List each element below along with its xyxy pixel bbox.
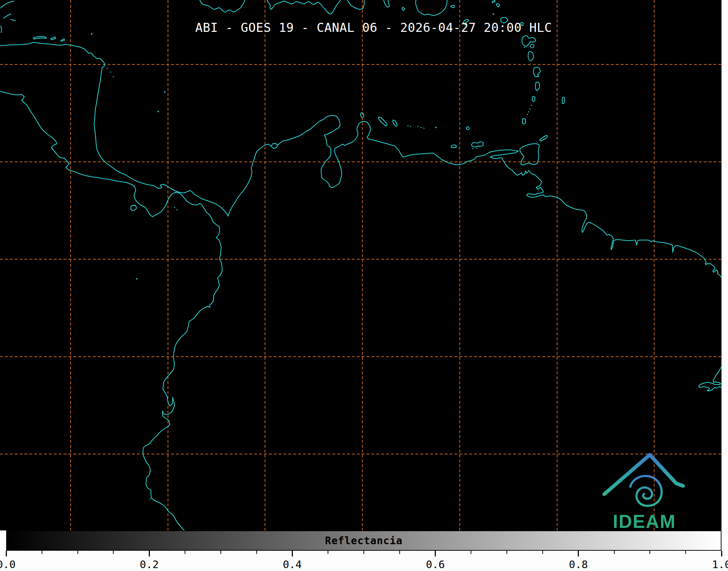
coastline-pacific <box>0 91 222 530</box>
coastline-barbados <box>562 97 565 104</box>
colorbar-major-tick <box>149 551 150 557</box>
colorbar-minor-tick <box>399 551 400 554</box>
colorbar-tick-label: 0.2 <box>140 558 159 571</box>
colorbar-minor-tick <box>506 551 507 554</box>
coastline-small-islands <box>91 33 178 500</box>
colorbar-minor-tick <box>185 551 185 554</box>
coastline-martinique <box>534 67 540 77</box>
colorbar-minor-tick <box>471 551 471 554</box>
coastline-amazon-mouth <box>699 367 721 391</box>
ideam-logo-text: IDEAM <box>599 511 690 530</box>
colorbar-major-tick <box>435 551 436 557</box>
coastline-jamaica <box>200 0 245 12</box>
coastline-grenada <box>522 119 526 124</box>
colorbar: Reflectancia <box>6 530 721 551</box>
colorbar-minor-tick <box>649 551 650 554</box>
colorbar-minor-tick <box>614 551 615 554</box>
colorbar-label: Reflectancia <box>7 531 721 550</box>
coastline-hispaniola <box>267 0 341 14</box>
hurricane-spiral-icon <box>630 476 662 506</box>
coastlines-layer <box>0 0 721 530</box>
colorbar-major-tick <box>292 551 293 557</box>
colorbar-tick-label: 0.0 <box>0 558 16 571</box>
coastline-caribbean-mainland <box>0 42 721 277</box>
product-title: ABI - GOES 19 - CANAL 06 - 2026-04-27 20… <box>195 21 552 34</box>
colorbar-minor-tick <box>363 551 364 554</box>
coastline-curacao <box>378 117 387 126</box>
colorbar-minor-tick <box>77 551 78 554</box>
satellite-product-screen: { "title": "ABI - GOES 19 - CANAL 06 - 2… <box>0 0 728 571</box>
colorbar-tick-label: 1.0 <box>712 558 728 571</box>
coastline-margarita <box>472 142 483 147</box>
colorbar-tick-label: 0.8 <box>569 558 588 571</box>
map-canvas <box>0 0 721 530</box>
colorbar-major-tick <box>6 551 7 557</box>
colorbar-major-tick <box>721 551 722 557</box>
colorbar-panel: Reflectancia 0.00.20.40.60.81.0 <box>0 530 728 571</box>
colorbar-tick-label: 0.6 <box>426 558 445 571</box>
coastline-st-lucia <box>535 82 539 91</box>
colorbar-tick-label: 0.4 <box>283 558 302 571</box>
coastline-puerto-rico <box>416 0 447 16</box>
colorbar-minor-tick <box>685 551 686 554</box>
lat-lon-gridlines <box>0 0 721 530</box>
colorbar-minor-tick <box>113 551 114 554</box>
coastline-gulf-of-honduras <box>1 1 64 41</box>
coastline-tobago <box>540 135 547 141</box>
coastline-bonaire <box>393 120 397 126</box>
colorbar-minor-tick <box>542 551 543 554</box>
colorbar-minor-tick <box>42 551 42 554</box>
satellite-map: ABI - GOES 19 - CANAL 06 - 2026-04-27 20… <box>0 0 721 530</box>
right-margin <box>721 0 728 530</box>
colorbar-minor-tick <box>256 551 257 554</box>
coastline-dominica <box>528 52 534 61</box>
ideam-logo: IDEAM <box>599 452 690 530</box>
coastline-venezuelan-islands <box>361 113 483 149</box>
colorbar-major-tick <box>578 551 579 557</box>
colorbar-minor-tick <box>328 551 328 554</box>
colorbar-minor-tick <box>220 551 221 554</box>
